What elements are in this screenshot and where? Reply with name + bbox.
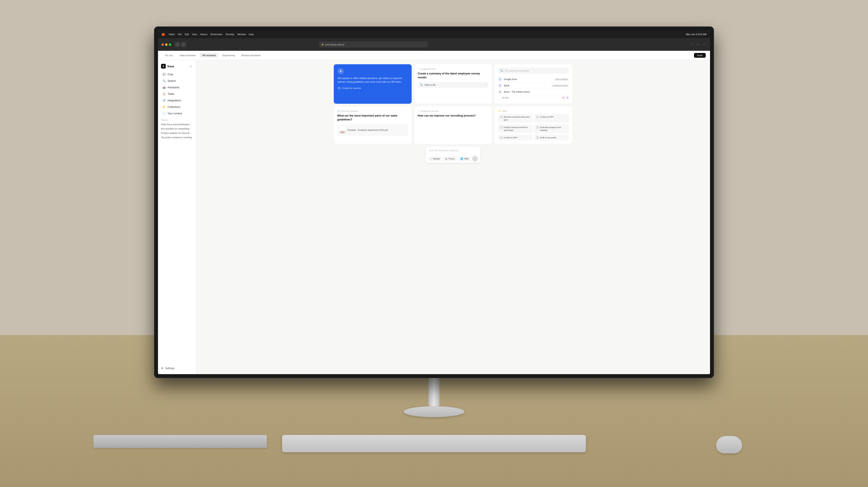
menu-history[interactable]: History [200, 33, 208, 36]
tasks-label: ⚡ Tasks [498, 110, 569, 112]
monitor-screen: 🍎 Safari File Edit View History Bookmark… [158, 30, 710, 374]
browser-chrome: ‹ › 🔒 acme-group.sana.ai ↑ + ⋯ [158, 38, 710, 51]
web-label: Web [464, 158, 469, 160]
sidebar-item-search[interactable]: 🔍 Search [159, 78, 195, 84]
sana-brand-label: Sana [167, 65, 174, 68]
suggested-task-title: Create a summary of the latest employee … [418, 72, 489, 80]
sidebar-search-label: Search [167, 80, 176, 83]
web-button[interactable]: 🌐 Web [458, 156, 471, 161]
all-files-label: All files [502, 96, 509, 99]
app-tabs: For you Sales Assistant HR assistant Eng… [158, 51, 710, 60]
recent-item-2[interactable]: Key priorities for onboarding [158, 126, 196, 131]
focus-icon: ◎ [445, 157, 447, 160]
file-name: Template - Employee Agreement 2024.pdf [347, 129, 388, 131]
sidebar-item-integrations[interactable]: 🔗 Integrations [159, 97, 195, 103]
task-chip-6[interactable]: Draft a new quote [534, 134, 569, 141]
knowledge-item-googledrive[interactable]: G Google Drive HR & People [498, 76, 569, 83]
recent-item-4[interactable]: Top kudos recipient in meeting [158, 135, 196, 140]
tab-engineering[interactable]: Engineering [220, 53, 238, 58]
web-icon: 🌐 [460, 157, 463, 160]
knowledge-googledrive-tag: HR & People [554, 78, 569, 81]
main-content: ♥ Ask people or office related questions… [196, 60, 710, 374]
chat-input-area: ↑ Upload ◎ Focus 🌐 Web [422, 144, 485, 166]
all-files-row[interactable]: ··· All files P D [498, 95, 569, 100]
focus-button[interactable]: ◎ Focus [443, 156, 457, 161]
knowledge-search-bar[interactable]: 🔍 HR assistant knowledge [498, 68, 569, 73]
send-button[interactable]: ↑ [472, 156, 478, 161]
sidebar-item-chat[interactable]: 💬 Chat [159, 71, 195, 78]
file-preview[interactable]: PDF Template - Employee Agreement 2024.p… [337, 124, 408, 136]
focus-label: Focus [448, 158, 455, 160]
knowledge-item-slack[interactable]: # Slack #expense-report [498, 83, 569, 89]
recent-item-3[interactable]: Product updates for Sana AI [158, 131, 196, 135]
upload-label: Upload [433, 158, 440, 160]
new-tab-button[interactable]: + [695, 42, 700, 47]
file-type-badges: P D [562, 96, 569, 99]
app-container: For you Sales Assistant HR assistant Eng… [158, 51, 710, 374]
menu-window[interactable]: Window [238, 33, 246, 36]
sidebar-collections-label: Collections [167, 105, 180, 109]
forward-button[interactable]: › [181, 42, 186, 47]
pdf-badge: P [562, 96, 565, 99]
hr-card-creator: Created by Jasmine [338, 87, 408, 90]
sidebar-item-your-content[interactable]: 📄 Your content [159, 111, 195, 117]
menu-file[interactable]: File [178, 33, 182, 36]
menu-develop[interactable]: Develop [225, 33, 234, 36]
monitor-stand [416, 378, 452, 426]
select-file-button[interactable]: 📎 Select a file ▾ [418, 82, 489, 88]
tab-sales-assistant[interactable]: Sales Assistant [177, 53, 198, 58]
menu-edit[interactable]: Edit [185, 33, 189, 36]
invite-button[interactable]: Invite [694, 53, 706, 58]
sidebar-bottom: ⚙ Settings ··· [158, 365, 196, 371]
laptop [93, 435, 267, 448]
suggested-task-card: ✦ Suggested task Create a summary of the… [414, 64, 492, 104]
sidebar-item-tasks[interactable]: 📋 Tasks [159, 91, 195, 97]
content-grid: ♥ Ask people or office related questions… [334, 64, 572, 144]
sidebar-item-collections[interactable]: 📁 Collections [159, 104, 195, 110]
recently-updated-card: 🕐 Recently updated What are the most imp… [334, 106, 412, 144]
task-chip-2[interactable]: Create an RFP [534, 114, 569, 123]
knowledge-item-acme[interactable]: A Acme - The Infinite Game [498, 89, 569, 95]
task-chip-icon-2 [536, 116, 539, 118]
back-button[interactable]: ‹ [175, 42, 180, 47]
task-chip-5[interactable]: Create an RFP [498, 134, 533, 141]
menu-items: Safari File Edit View History Bookmarks … [168, 33, 254, 36]
menu-bookmarks[interactable]: Bookmarks [211, 33, 222, 36]
menu-help[interactable]: Help [249, 33, 254, 36]
minimize-button[interactable] [165, 43, 167, 46]
share-button[interactable]: ↑ [689, 42, 693, 47]
menu-view[interactable]: View [192, 33, 197, 36]
task-chip-1[interactable]: Become a product discovery guru [498, 114, 533, 123]
close-button[interactable] [161, 43, 164, 46]
maximize-button[interactable] [169, 43, 171, 46]
menu-safari[interactable]: Safari [168, 33, 175, 36]
assistants-icon: 🤖 [162, 86, 166, 89]
task-chip-4[interactable]: Evaluate prospect from meeting [534, 124, 569, 133]
extensions-button[interactable]: ⋯ [702, 42, 707, 47]
task-chip-3[interactable]: Explore industry trends for upcoming... [498, 124, 533, 133]
upload-button[interactable]: ↑ Upload [428, 156, 442, 161]
sidebar-item-settings[interactable]: ⚙ Settings ··· [161, 367, 193, 370]
address-text: acme-group.sana.ai [325, 43, 344, 46]
app-body: S Sana ⊟ 💬 Chat 🔍 Search [158, 60, 710, 374]
recent-section-label: Recent [158, 117, 196, 122]
chat-input-field[interactable] [426, 147, 480, 154]
pdf-thumb-icon: PDF [341, 131, 344, 133]
recent-item-1[interactable]: Daily focus and prioritization tips [158, 122, 196, 126]
knowledge-search-placeholder: HR assistant knowledge [505, 69, 529, 72]
task-chip-icon-3 [500, 126, 503, 129]
knowledge-slack-name: Slack [504, 84, 509, 87]
hr-assistant-card[interactable]: ♥ Ask people or office related questions… [334, 64, 412, 104]
chat-input-footer: ↑ Upload ◎ Focus 🌐 Web [426, 154, 480, 163]
knowledge-search-icon: 🔍 [500, 69, 503, 72]
tab-browse-assistants[interactable]: Browse assistants [239, 53, 264, 58]
sidebar-collapse-button[interactable]: ⊟ [189, 64, 193, 68]
tab-hr-assistant[interactable]: HR assistant [199, 53, 218, 58]
tab-for-you[interactable]: For you [162, 53, 176, 58]
address-bar[interactable]: 🔒 acme-group.sana.ai [319, 41, 428, 48]
sidebar: S Sana ⊟ 💬 Chat 🔍 Search [158, 60, 196, 374]
prompt-icon: ✦ [418, 110, 420, 112]
sidebar-item-assistants[interactable]: 🤖 Assistants [159, 84, 195, 91]
sidebar-chat-label: Chat [167, 73, 173, 76]
paperclip-icon: 📎 [420, 83, 423, 86]
